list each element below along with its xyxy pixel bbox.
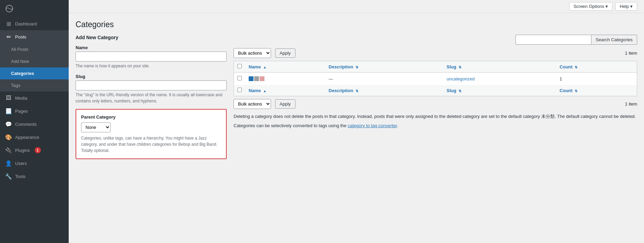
plugins-badge: 1: [35, 147, 41, 153]
name-input[interactable]: [76, 52, 227, 62]
count-col-header[interactable]: Count ⇅: [556, 61, 637, 73]
chevron-down-icon: ▾: [630, 4, 633, 9]
appearance-icon: 🎨: [5, 134, 12, 140]
search-bar: Search Categories: [234, 35, 637, 45]
sidebar-item-media[interactable]: 🖼 Media: [0, 91, 69, 104]
item-count-top: 1 item: [625, 51, 637, 56]
name-label: Name: [76, 45, 227, 50]
parent-category-label: Parent Category: [81, 114, 221, 120]
parent-category-box: Parent Category None Categories, unlike …: [76, 109, 227, 159]
count-sort-icon: ⇅: [575, 65, 577, 69]
name-col-label: Name: [249, 64, 261, 69]
row-checkbox-cell[interactable]: [234, 73, 246, 85]
wordpress-icon: [5, 5, 13, 12]
footer-count-sort: ⇅: [575, 89, 577, 93]
screen-options-button[interactable]: Screen Options ▾: [569, 2, 613, 11]
name-hint: The name is how it appears on your site.: [76, 63, 227, 69]
sidebar-item-tools[interactable]: 🔧 Tools: [0, 170, 69, 183]
row-checkbox[interactable]: [237, 76, 242, 80]
parent-category-hint: Categories, unlike tags, can have a hier…: [81, 135, 221, 154]
item-count-bottom: 1 item: [625, 101, 637, 107]
sidebar-item-all-posts[interactable]: All Posts: [0, 43, 69, 55]
footer-description-col[interactable]: Description ⇅: [325, 85, 443, 96]
posts-submenu: All Posts Add New Categories Tags: [0, 43, 69, 91]
select-all-checkbox[interactable]: [237, 64, 242, 68]
category-tag-converter-link[interactable]: category to tag converter: [348, 123, 397, 128]
slug-hint: The "slug" is the URL-friendly version o…: [76, 92, 227, 104]
sidebar: ⊞ Dashboard ✏ Posts All Posts Add New Ca…: [0, 0, 69, 243]
footer-select-all-checkbox[interactable]: [237, 88, 242, 92]
note-line2-suffix: .: [397, 123, 398, 128]
bulk-actions-select-bottom[interactable]: Bulk actions: [234, 99, 271, 109]
add-new-category-form: Add New Category Name The name is how it…: [76, 35, 227, 159]
apply-button-top[interactable]: Apply: [275, 48, 295, 58]
sidebar-item-pages[interactable]: 📃 Pages: [0, 104, 69, 118]
description-sort-icon: ⇅: [355, 65, 358, 69]
search-input[interactable]: [516, 35, 591, 45]
bulk-actions-select-top[interactable]: Bulk actions: [234, 48, 271, 58]
color-block-2: [254, 76, 259, 81]
name-sort-icon: ▲: [263, 65, 267, 69]
category-color-blocks: [249, 76, 264, 81]
description-col-header[interactable]: Description ⇅: [325, 61, 443, 73]
count-col-label: Count: [560, 64, 573, 69]
sidebar-item-categories[interactable]: Categories: [0, 67, 69, 79]
table-header: Name ▲ Description ⇅ Slug ⇅: [234, 61, 637, 73]
form-heading: Add New Category: [76, 35, 227, 40]
bulk-select-top: Bulk actions Apply: [234, 48, 295, 58]
pages-icon: 📃: [5, 108, 12, 114]
row-description-cell: —: [325, 73, 443, 85]
sidebar-item-appearance[interactable]: 🎨 Appearance: [0, 131, 69, 144]
topbar: Screen Options ▾ Help ▾: [69, 0, 644, 13]
slug-field-group: Slug The "slug" is the URL-friendly vers…: [76, 74, 227, 104]
slug-label: Slug: [76, 74, 227, 79]
add-category-panel: Add New Category Name The name is how it…: [76, 35, 227, 164]
sidebar-item-add-new[interactable]: Add New: [0, 55, 69, 67]
slug-link[interactable]: uncategorized: [447, 76, 475, 81]
table-row: — uncategorized 1: [234, 73, 637, 85]
row-name-cell: [245, 73, 325, 85]
color-block-1: [249, 76, 253, 81]
name-col-header[interactable]: Name ▲: [245, 61, 325, 73]
notes-section: Deleting a category does not delete the …: [234, 113, 637, 130]
slug-col-label: Slug: [447, 64, 456, 69]
sidebar-item-posts[interactable]: ✏ Posts: [0, 30, 69, 43]
apply-button-bottom[interactable]: Apply: [275, 99, 295, 109]
footer-check-col[interactable]: [234, 85, 246, 96]
comments-icon: 💬: [5, 121, 12, 127]
select-all-col[interactable]: [234, 61, 246, 73]
row-count-cell: 1: [556, 73, 637, 85]
footer-slug-col[interactable]: Slug ⇅: [443, 85, 556, 96]
bulk-bar-bottom: Bulk actions Apply 1 item: [234, 99, 637, 109]
color-block-3: [260, 76, 264, 81]
main-content: Screen Options ▾ Help ▾ Categories Add N…: [69, 0, 644, 243]
content-layout: Add New Category Name The name is how it…: [76, 35, 637, 164]
name-field-group: Name The name is how it appears on your …: [76, 45, 227, 69]
table-footer: Name ▲ Description ⇅ Slug ⇅: [234, 85, 637, 96]
row-slug-cell: uncategorized: [443, 73, 556, 85]
help-button[interactable]: Help ▾: [615, 2, 637, 11]
search-categories-button[interactable]: Search Categories: [591, 35, 637, 45]
bulk-bar-top: Bulk actions Apply 1 item: [234, 48, 637, 58]
sidebar-item-comments[interactable]: 💬 Comments: [0, 118, 69, 131]
note-line2-prefix: Categories can be selectively converted …: [234, 123, 348, 128]
categories-table: Name ▲ Description ⇅ Slug ⇅: [234, 61, 637, 96]
footer-slug-sort: ⇅: [459, 89, 461, 93]
description-col-label: Description: [329, 64, 353, 69]
slug-input[interactable]: [76, 80, 227, 90]
table-body: — uncategorized 1: [234, 73, 637, 85]
footer-name-col[interactable]: Name ▲: [245, 85, 325, 96]
page-title: Categories: [76, 20, 637, 29]
parent-category-select[interactable]: None: [81, 122, 111, 132]
footer-count-col[interactable]: Count ⇅: [556, 85, 637, 96]
slug-col-header[interactable]: Slug ⇅: [443, 61, 556, 73]
sidebar-item-users[interactable]: 👤 Users: [0, 157, 69, 170]
slug-sort-icon: ⇅: [459, 65, 461, 69]
sidebar-item-plugins[interactable]: 🔌 Plugins 1: [0, 144, 69, 157]
page-content: Categories Add New Category Name The nam…: [69, 13, 644, 243]
chevron-down-icon: ▾: [606, 4, 608, 9]
sidebar-item-dashboard[interactable]: ⊞ Dashboard: [0, 17, 69, 30]
note-line1: Deleting a category does not delete the …: [234, 113, 637, 120]
tools-icon: 🔧: [5, 173, 12, 179]
sidebar-item-tags[interactable]: Tags: [0, 79, 69, 91]
